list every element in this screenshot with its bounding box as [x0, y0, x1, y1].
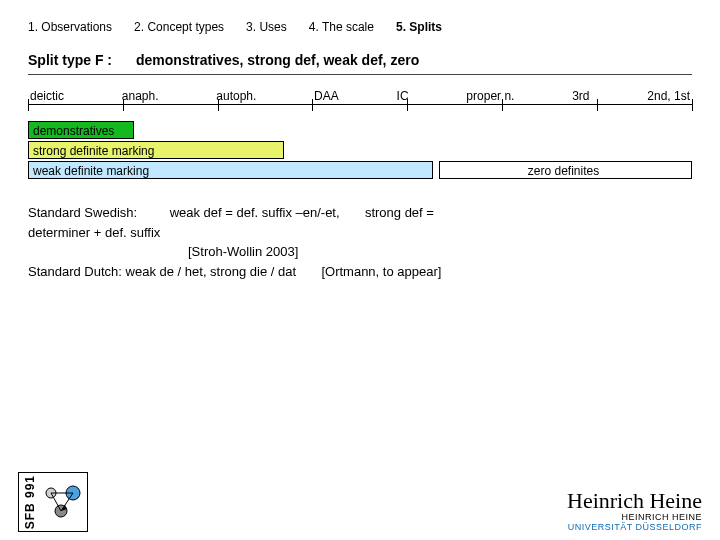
bar-weak-def: weak definite marking	[28, 161, 433, 179]
tab-uses[interactable]: 3. Uses	[246, 20, 287, 34]
bars-group: demonstratives strong definite marking w…	[28, 121, 692, 179]
page-subtitle: demonstratives, strong def, weak def, ze…	[136, 52, 419, 68]
scale-label: 2nd, 1st	[647, 89, 690, 103]
scale-axis: deictic anaph. autoph. DAA IC proper n. …	[28, 89, 692, 117]
tab-the-scale[interactable]: 4. The scale	[309, 20, 374, 34]
tab-concept-types[interactable]: 2. Concept types	[134, 20, 224, 34]
body-line: Standard Dutch: weak de / het, strong di…	[28, 264, 296, 279]
body-line: weak def = def. suffix –en/-et,	[170, 205, 340, 220]
scale-label: DAA	[314, 89, 339, 103]
tab-bar: 1. Observations 2. Concept types 3. Uses…	[28, 20, 692, 34]
scale-label: deictic	[30, 89, 64, 103]
scale-label: anaph.	[122, 89, 159, 103]
scale-label: autoph.	[216, 89, 256, 103]
scale-label: proper n.	[466, 89, 514, 103]
hhu-university: UNIVERSITÄT DÜSSELDORF	[567, 522, 702, 532]
tab-observations[interactable]: 1. Observations	[28, 20, 112, 34]
body-line: strong def =	[365, 205, 434, 220]
body-text: Standard Swedish: weak def = def. suffix…	[28, 203, 692, 281]
bar-zero-def: zero definites	[439, 161, 692, 179]
sfb-label: SFB 991	[23, 475, 37, 529]
hhu-signature: Heinrich Heine	[567, 488, 702, 514]
hhu-logo: Heinrich Heine HEINRICH HEINE UNIVERSITÄ…	[567, 488, 702, 532]
divider	[28, 74, 692, 75]
sfb-logo: SFB 991	[18, 472, 88, 532]
scale-label: 3rd	[572, 89, 589, 103]
bar-strong-def: strong definite marking	[28, 141, 284, 159]
sfb-graphic-icon	[41, 483, 83, 521]
body-line: Standard Swedish:	[28, 205, 137, 220]
bar-demonstratives: demonstratives	[28, 121, 134, 139]
page-title: Split type F :	[28, 52, 112, 68]
reference: [Ortmann, to appear]	[321, 264, 441, 279]
reference: [Stroh-Wollin 2003]	[188, 244, 298, 259]
body-line: determiner + def. suffix	[28, 225, 160, 240]
tab-splits[interactable]: 5. Splits	[396, 20, 442, 34]
